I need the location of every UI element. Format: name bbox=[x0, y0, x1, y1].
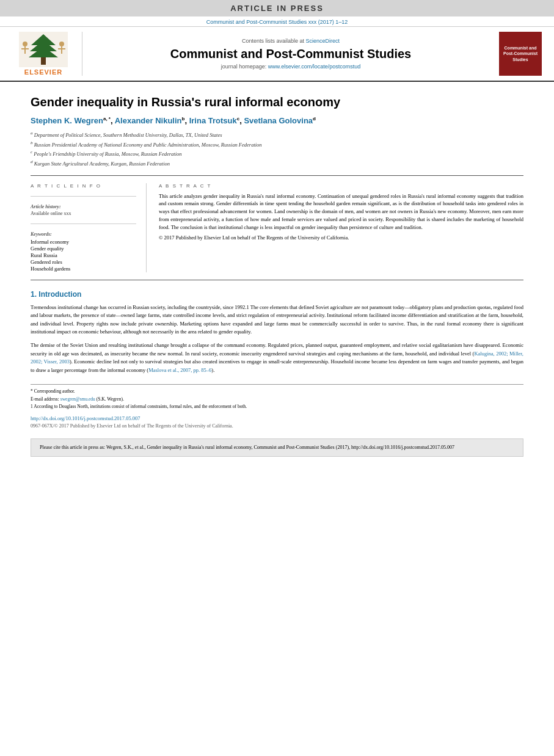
journal-title-header: Communist and Post-Communist Studies bbox=[170, 46, 411, 61]
article-info-divider bbox=[31, 196, 136, 197]
svg-point-8 bbox=[59, 42, 64, 46]
header-divider bbox=[31, 175, 523, 176]
journal-ref-line: Communist and Post-Communist Studies xxx… bbox=[0, 16, 554, 26]
abstract-copyright: © 2017 Published by Elsevier Ltd on beha… bbox=[159, 234, 523, 241]
sciencedirect-line: Contents lists available at ScienceDirec… bbox=[242, 38, 340, 44]
elsevier-logo: ELSEVIER bbox=[12, 32, 82, 76]
main-content: Gender inequality in Russia's rural info… bbox=[0, 82, 554, 463]
body-divider bbox=[31, 280, 523, 280]
sciencedirect-link[interactable]: ScienceDirect bbox=[306, 38, 340, 44]
article-info-section-label: A R T I C L E I N F O bbox=[31, 183, 136, 189]
keyword-4: Gendered roles bbox=[31, 259, 136, 265]
intro-paragraph-1: Tremendous institutional change has occu… bbox=[31, 303, 523, 336]
authors-line: Stephen K. Wegrena, *, Alexander Nikulin… bbox=[31, 116, 523, 125]
abstract-section-label: A B S T R A C T bbox=[159, 183, 523, 189]
footnote-1: 1 According to Douglass North, instituti… bbox=[31, 404, 523, 410]
svg-point-5 bbox=[23, 42, 27, 46]
affiliation-b: b Russian Presidential Academy of Nation… bbox=[31, 140, 523, 149]
homepage-line: journal homepage: www.elsevier.com/locat… bbox=[221, 64, 361, 70]
affiliation-d: d Kurgan State Agricultural Academy, Kur… bbox=[31, 159, 523, 168]
elsevier-tree-icon bbox=[19, 32, 68, 67]
journal-cover-thumbnail: Communist and Post-Communist Studies bbox=[499, 32, 542, 76]
email-link[interactable]: swegren@smu.edu bbox=[60, 396, 95, 402]
journal-header: ELSEVIER Contents lists available at Sci… bbox=[0, 26, 554, 82]
cite-maslova[interactable]: Maslova et al., 2007, pp. 85–6 bbox=[148, 367, 211, 373]
svg-rect-1 bbox=[41, 56, 46, 65]
article-in-press-banner: ARTICLE IN PRESS bbox=[0, 0, 554, 16]
keywords-divider bbox=[31, 224, 136, 224]
intro-paragraph-2: The demise of the Soviet Union and resul… bbox=[31, 341, 523, 374]
doi-copyright: 0967-067X/© 2017 Published by Elsevier L… bbox=[31, 423, 523, 429]
citation-box: Please cite this article in press as: We… bbox=[31, 438, 523, 457]
keywords-label: Keywords: bbox=[31, 231, 136, 237]
article-history-label: Article history: bbox=[31, 204, 136, 209]
article-title: Gender inequality in Russia's rural info… bbox=[31, 94, 523, 110]
keyword-1: Informal economy bbox=[31, 239, 136, 245]
article-info-abstract-section: A R T I C L E I N F O Article history: A… bbox=[31, 183, 523, 272]
doi-link[interactable]: http://dx.doi.org/10.1016/j.postcomstud.… bbox=[31, 415, 523, 421]
author-nikulin[interactable]: Alexander Nikulin bbox=[115, 116, 182, 125]
cite-kalugina[interactable]: Kalugina, 2002; Miller, 2002; Visser, 20… bbox=[31, 351, 523, 365]
abstract-column: A B S T R A C T This article analyzes ge… bbox=[159, 183, 523, 272]
keyword-5: Household gardens bbox=[31, 266, 136, 272]
elsevier-brand-text: ELSEVIER bbox=[24, 68, 62, 76]
footnotes-section: * Corresponding author. E-mail address: … bbox=[31, 384, 523, 410]
keyword-3: Rural Russia bbox=[31, 252, 136, 258]
author-trotsuk[interactable]: Irina Trotsuk bbox=[189, 116, 237, 125]
author-golovina[interactable]: Svetlana Golovina bbox=[244, 116, 313, 125]
introduction-heading: 1. Introduction bbox=[31, 290, 523, 299]
affiliations: a Department of Political Science, South… bbox=[31, 130, 523, 167]
email-note: E-mail address: swegren@smu.edu (S.K. We… bbox=[31, 396, 523, 403]
affiliation-c: c People's Friendship University of Russ… bbox=[31, 149, 523, 158]
author-wegren[interactable]: Stephen K. Wegren bbox=[31, 116, 103, 125]
affiliation-a: a Department of Political Science, South… bbox=[31, 130, 523, 139]
abstract-text: This article analyzes gender inequality … bbox=[159, 192, 523, 231]
homepage-url-link[interactable]: www.elsevier.com/locate/postcomstud bbox=[268, 64, 361, 70]
keyword-2: Gender equality bbox=[31, 245, 136, 252]
article-history-value: Available online xxx bbox=[31, 211, 136, 216]
journal-center: Contents lists available at ScienceDirec… bbox=[92, 32, 489, 76]
article-info-column: A R T I C L E I N F O Article history: A… bbox=[31, 183, 147, 272]
corresponding-author-note: * Corresponding author. bbox=[31, 388, 523, 395]
